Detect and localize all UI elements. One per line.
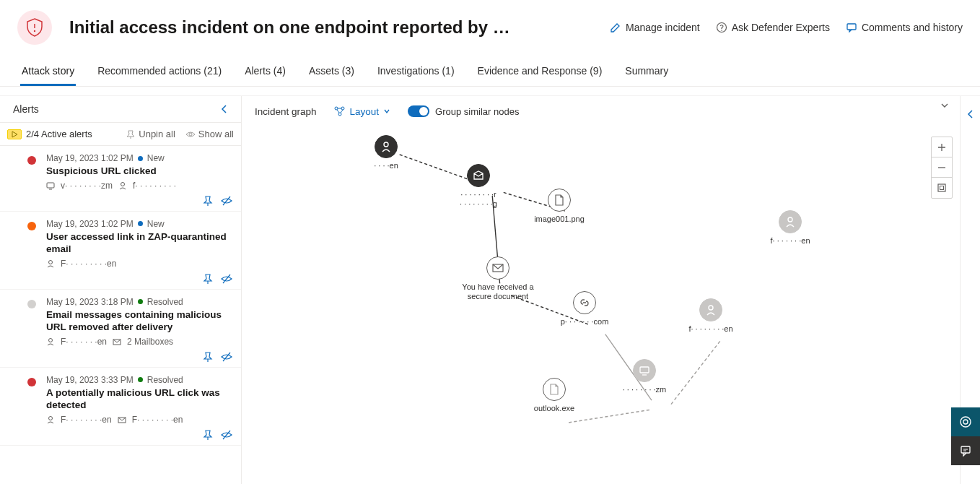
graph-node-mailbox[interactable]: · · · · · · · ·r · · · · · · · ·g <box>446 164 511 209</box>
unpin-all-button[interactable]: Unpin all <box>126 129 175 139</box>
page-header: Initial access incident on one endpoint … <box>0 0 980 52</box>
tab-summary[interactable]: Summary <box>624 61 670 86</box>
edit-icon <box>610 22 621 33</box>
graph-node-device[interactable]: · · · · · · · ·zm <box>612 359 677 394</box>
svg-point-15 <box>341 107 344 110</box>
comments-label: Comments and history <box>862 22 963 33</box>
feedback-fab[interactable] <box>951 436 980 465</box>
help-fab[interactable] <box>951 407 980 436</box>
svg-rect-4 <box>847 24 856 30</box>
manage-incident-button[interactable]: Manage incident <box>610 22 700 33</box>
graph-node-label: · · · · · · · ·zm <box>623 385 667 394</box>
header-actions: Manage incident Ask Defender Experts Com… <box>610 22 963 33</box>
graph-node-user[interactable]: f· · · · · · ·en <box>758 210 823 246</box>
collapse-sidebar-icon[interactable] <box>219 104 229 114</box>
sidebar-toolbar: 2/4 Active alerts Unpin all Show all <box>0 123 241 146</box>
zoom-in-button[interactable] <box>932 137 952 157</box>
alert-item[interactable]: May 19, 2023 3:33 PM Resolved A potentia… <box>0 368 241 446</box>
hide-icon[interactable] <box>221 195 232 207</box>
svg-point-9 <box>49 260 53 264</box>
svg-line-23 <box>671 341 720 405</box>
graph-node-label: p· · · · · · ·com <box>561 317 609 327</box>
svg-rect-6 <box>47 183 54 188</box>
ask-experts-button[interactable]: Ask Defender Experts <box>716 22 830 33</box>
svg-point-16 <box>338 113 341 116</box>
active-alerts-indicator[interactable]: 2/4 Active alerts <box>7 129 92 139</box>
graph-node-email[interactable]: You have received a secure document <box>458 256 538 301</box>
graph-node-user[interactable]: f· · · · · · · ·en <box>678 298 743 334</box>
graph-node-user[interactable]: · · · ·en <box>354 135 419 170</box>
svg-point-27 <box>709 306 713 310</box>
alert-status: Resolved <box>147 375 183 385</box>
unpin-all-label: Unpin all <box>139 129 175 139</box>
user-node-icon <box>699 298 722 321</box>
pin-icon[interactable] <box>202 273 214 285</box>
layout-dropdown[interactable]: Layout <box>334 106 391 117</box>
group-similar-toggle[interactable] <box>408 105 429 117</box>
graph-node-label: f· · · · · · ·en <box>770 236 810 246</box>
alert-status: New <box>147 153 165 163</box>
tab-alerts[interactable]: Alerts (4) <box>243 61 287 86</box>
svg-rect-30 <box>938 184 945 191</box>
alert-time: May 19, 2023 3:33 PM <box>46 375 134 385</box>
svg-rect-31 <box>940 186 944 190</box>
link-node-icon <box>573 291 596 314</box>
mailbox-node-icon <box>467 164 490 187</box>
svg-point-12 <box>49 416 53 420</box>
pin-icon[interactable] <box>202 429 214 441</box>
comments-history-button[interactable]: Comments and history <box>846 22 963 33</box>
content-row: Alerts 2/4 Active alerts Unpin all Show … <box>0 95 980 484</box>
pin-icon[interactable] <box>202 351 214 363</box>
tab-evidence[interactable]: Evidence and Response (9) <box>476 61 604 86</box>
svg-point-26 <box>788 217 792 222</box>
alert-user: F· · · · · · · · ·en <box>61 259 116 269</box>
hide-icon[interactable] <box>221 351 232 363</box>
tab-assets[interactable]: Assets (3) <box>307 61 356 86</box>
alert-item[interactable]: May 19, 2023 1:02 PM New User accessed l… <box>0 212 241 290</box>
alerts-sidebar: Alerts 2/4 Active alerts Unpin all Show … <box>0 96 242 484</box>
floating-actions <box>951 407 980 465</box>
alert-device: v· · · · · · · ·zm <box>61 181 113 191</box>
alert-item[interactable]: May 19, 2023 1:02 PM New Suspicious URL … <box>0 146 241 212</box>
alert-item[interactable]: May 19, 2023 3:18 PM Resolved Email mess… <box>0 290 241 368</box>
graph-node-process[interactable]: outlook.exe <box>522 378 587 413</box>
tab-attack-story[interactable]: Attack story <box>20 61 76 86</box>
expand-graph-icon[interactable] <box>940 100 950 113</box>
alert-user2: F· · · · · · · ·en <box>132 415 183 425</box>
graph-canvas[interactable]: · · · ·en · · · · · · · ·r · · · · · · ·… <box>242 126 960 484</box>
hide-icon[interactable] <box>221 429 232 441</box>
sidebar-title: Alerts <box>13 103 39 115</box>
incident-graph-pane: Incident graph Layout Group similar node… <box>242 96 960 484</box>
alert-user: f· · · · · · · · · <box>133 181 176 191</box>
alert-time: May 19, 2023 3:18 PM <box>46 297 134 307</box>
page-title: Initial access incident on one endpoint … <box>69 17 510 38</box>
graph-node-label: You have received a secure document <box>458 282 538 301</box>
mailbox-icon <box>113 337 121 346</box>
file-node-icon <box>543 378 566 401</box>
show-all-button[interactable]: Show all <box>185 129 234 139</box>
zoom-out-button[interactable] <box>932 157 952 178</box>
expand-right-rail-icon[interactable] <box>966 109 976 119</box>
device-node-icon <box>633 359 656 382</box>
tab-recommended-actions[interactable]: Recommended actions (21) <box>96 61 223 86</box>
layout-label: Layout <box>350 106 380 117</box>
hide-icon[interactable] <box>221 273 232 285</box>
graph-node-label: · · · ·en <box>374 161 398 170</box>
mailbox-icon <box>118 415 126 424</box>
tab-investigations[interactable]: Investigations (1) <box>376 61 456 86</box>
graph-title: Incident graph <box>255 106 317 117</box>
comment-icon <box>846 22 857 33</box>
graph-toolbar: Incident graph Layout Group similar node… <box>242 96 960 126</box>
svg-point-1 <box>34 30 35 32</box>
alert-time: May 19, 2023 1:02 PM <box>46 153 134 163</box>
alert-title: User accessed link in ZAP-quarantined em… <box>46 230 231 256</box>
user-node-icon <box>375 135 398 158</box>
fit-screen-button[interactable] <box>932 178 952 198</box>
eye-icon <box>185 129 196 139</box>
graph-node-file[interactable]: image001.png <box>527 189 592 224</box>
graph-node-label: outlook.exe <box>534 404 574 413</box>
graph-node-url[interactable]: p· · · · · · ·com <box>552 291 617 327</box>
alert-time: May 19, 2023 1:02 PM <box>46 219 134 229</box>
pin-icon[interactable] <box>202 195 214 207</box>
severity-dot-high <box>27 156 36 165</box>
